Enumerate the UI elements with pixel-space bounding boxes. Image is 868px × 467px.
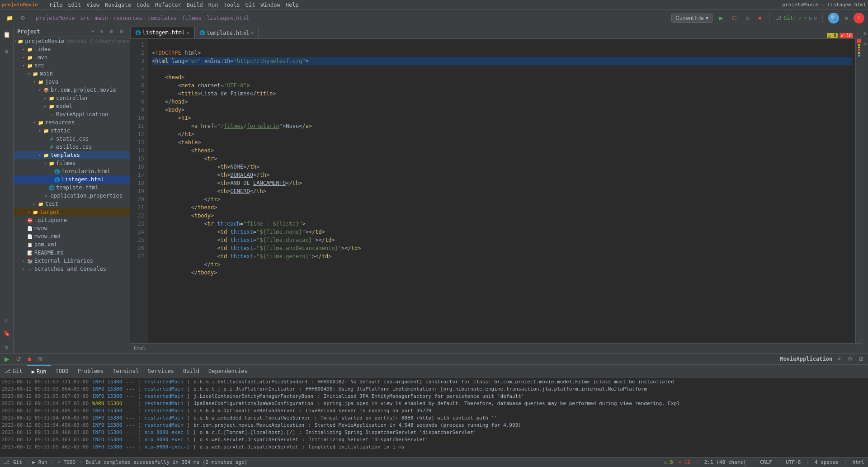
status-git-label[interactable]: Git [13,459,22,465]
tree-item-gitignore[interactable]: ⛔ .gitignore [14,216,130,224]
commit-icon[interactable]: ⊕ [0,45,13,58]
tree-item-pom[interactable]: 📋 pom.xml [14,241,130,249]
run-expand-btn[interactable]: ⊞ [856,355,866,363]
code-editor[interactable]: 1 2 3 4 5 6 7 8 9 10 11 12 13 14 [130,39,855,343]
tree-item-main[interactable]: ▾ 📁 main [14,70,130,78]
project-view-btn[interactable]: 📁 [4,14,16,22]
tree-item-target[interactable]: ▸ 📁 target [14,208,130,216]
bottom-tab-build[interactable]: Build [179,365,204,377]
current-file-dropdown[interactable]: Current File ▾ [671,14,712,23]
menu-git[interactable]: Git [243,1,258,9]
breadcrumb-templates[interactable]: templates [147,15,177,21]
tab-template[interactable]: 🌐 template.html ✕ [194,27,259,38]
breadcrumb-src[interactable]: src [80,15,90,21]
tree-item-resources[interactable]: ▾ 📁 resources [14,118,130,127]
coverage-button[interactable]: ⧖ [743,14,752,22]
tree-item-root[interactable]: ▾ 📁 projetoMovie [movie] C:\Users\quere\… [14,37,130,45]
menu-help[interactable]: Help [283,1,302,9]
sidebar-filter-btn[interactable]: ≡ [98,28,106,35]
encoding[interactable]: UTF-8 [786,459,801,465]
rp-icon-2[interactable]: ⌨ [863,39,868,49]
menu-navigate[interactable]: Navigate [102,1,134,9]
tree-item-test[interactable]: ▸ 📁 test [14,200,130,208]
menu-build[interactable]: Build [184,1,206,9]
menu-code[interactable]: Code [134,1,152,9]
debug-button[interactable]: ⬡ [729,14,739,22]
status-run-btn[interactable]: ▶ Run [33,459,47,465]
breadcrumb-main[interactable]: main [95,15,108,21]
tree-item-static-css[interactable]: # static.css [14,135,130,143]
tree-item-template[interactable]: 🌐 template.html [14,184,130,192]
search-everywhere-icon[interactable]: 🔍 [828,13,839,24]
tree-item-scratches[interactable]: ▸ ✏ Scratches and Consoles [14,265,130,273]
tree-item-app-props[interactable]: ⚙ application.properties [14,192,130,200]
menu-run[interactable]: Run [206,1,221,9]
menu-window[interactable]: Window [258,1,283,9]
tree-item-model[interactable]: ▸ 📁 model [14,102,130,110]
menu-refactor[interactable]: Refactor [152,1,184,9]
run-gc-btn[interactable]: 🗑 [35,355,46,363]
settings-icon[interactable]: ⚙ [841,13,852,24]
menu-tools[interactable]: Tools [221,1,243,9]
run-rerun-btn[interactable]: ↺ [13,354,24,363]
status-todo-btn[interactable]: ✓ TODO [57,459,75,465]
tab-close-btn[interactable]: ✕ [187,30,189,35]
tab-listagem[interactable]: 🌐 listagem.html ✕ [130,27,194,38]
tree-item-templates[interactable]: ▾ 📁 templates [14,151,130,159]
bottom-tab-services[interactable]: Services [143,365,179,377]
bottom-tab-run[interactable]: ▶ Run [27,365,51,377]
tab-close-btn-2[interactable]: ✕ [251,30,254,35]
stop-button[interactable]: ■ [755,14,764,22]
run-restart-btn[interactable]: ▶ [2,354,12,363]
tree-item-java[interactable]: ▾ 📁 java [14,78,130,86]
sidebar-settings-btn[interactable]: ⚙ [107,28,116,35]
run-close-btn[interactable]: ✕ [834,355,844,363]
menu-view[interactable]: View [84,1,102,9]
tree-item-listagem[interactable]: 🌐 listagem.html [14,175,130,184]
breadcrumb-project[interactable]: projetoMovie [36,15,75,21]
settings-btn[interactable]: ⚙ [18,14,28,22]
notifications-icon[interactable]: ! [854,13,864,24]
more-btn[interactable]: ⋮ [855,33,860,38]
tree-item-estilos-css[interactable]: # estilos.css [14,143,130,151]
tree-item-readme[interactable]: 📝 README.md [14,249,130,257]
menu-file[interactable]: File [47,1,65,9]
tree-item-movieapp[interactable]: ☕ MovieApplication [14,110,130,118]
project-icon[interactable]: 📋 [0,28,13,41]
tree-item-idea[interactable]: ▸ 📁 .idea [14,45,130,53]
menu-edit[interactable]: Edit [65,1,84,9]
pull-requests-icon[interactable]: ⇅ [0,340,13,353]
tree-item-controller[interactable]: ▸ 📁 controller [14,94,130,102]
sidebar-new-btn[interactable]: + [89,28,97,35]
code-content[interactable]: <!DOCTYPE html> <html lang="en" xmlns:th… [148,39,855,343]
breadcrumb-resources[interactable]: resources [113,15,142,21]
tree-item-mvnw[interactable]: 📄 mvnw [14,224,130,232]
run-stop-btn[interactable]: ■ [25,354,34,363]
bottom-tab-terminal[interactable]: Terminal [108,365,143,377]
structure-icon[interactable]: ◫ [0,313,13,326]
tree-item-src[interactable]: ▾ 📁 src [14,61,130,70]
tree-item-static[interactable]: ▾ 📁 static [14,127,130,135]
tree-item-package[interactable]: ▾ 📦 br.com.project.movie [14,86,130,94]
bottom-tab-deps[interactable]: Dependencies [204,365,252,377]
indent[interactable]: 4 spaces [815,459,839,465]
build-tab-label: Build [183,368,199,374]
bottom-tab-problems[interactable]: Problems [73,365,108,377]
line-ending[interactable]: CRLF [760,459,772,465]
run-settings-btn[interactable]: ⚙ [845,355,855,363]
tree-item-formulario[interactable]: 🌐 formulario.html [14,167,130,175]
bottom-tab-todo[interactable]: TODO [51,365,73,377]
tree-item-filmes[interactable]: ▾ 📁 filmes [14,159,130,167]
rp-icon-1[interactable]: ⊞ [863,28,868,38]
bookmarks-icon[interactable]: 🔖 [0,327,13,340]
tree-item-external-libs[interactable]: ▸ 📚 External Libraries [14,257,130,265]
breadcrumb-file[interactable]: listagem.html [207,15,249,21]
tree-label: .gitignore [34,217,67,223]
tree-item-mvnw-cmd[interactable]: 📄 mvnw.cmd [14,232,130,241]
breadcrumb-filmes[interactable]: filmes [182,15,202,21]
bottom-tab-git[interactable]: ⎇ Git [0,365,27,377]
file-type[interactable]: html [853,459,865,465]
run-button[interactable]: ▶ [716,14,726,22]
tree-item-mvn[interactable]: ▸ 📁 .mvn [14,53,130,61]
sidebar-collapse-btn[interactable]: ⊟ [117,28,126,35]
